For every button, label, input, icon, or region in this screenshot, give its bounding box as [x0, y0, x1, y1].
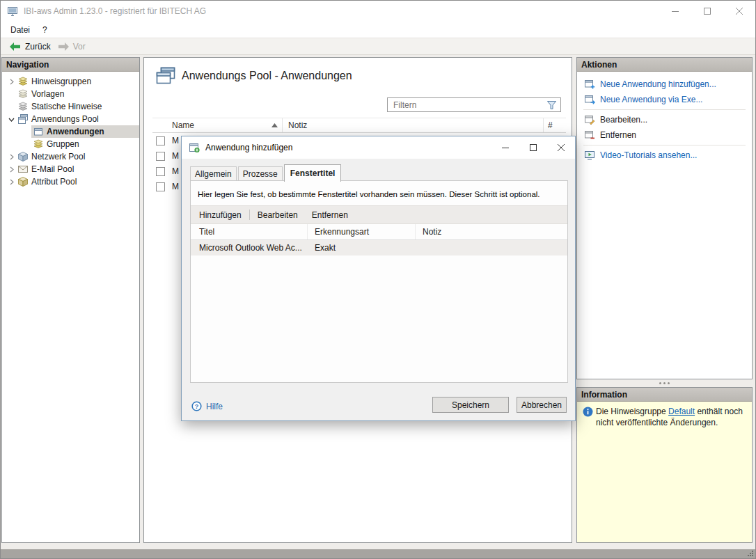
- actions-header-label: Aktionen: [581, 60, 617, 70]
- column-header-notiz-label: Notiz: [423, 227, 441, 237]
- action-video-tutorials[interactable]: Video-Tutorials ansehen...: [577, 148, 752, 163]
- chevron-right-icon[interactable]: [6, 75, 17, 88]
- default-link[interactable]: Default: [668, 407, 695, 416]
- help-icon: ?: [191, 401, 202, 411]
- tab-prozesse[interactable]: Prozesse: [238, 166, 283, 181]
- dialog-title: Anwendung hinzufügen: [205, 143, 292, 152]
- page-title: Anwendungs Pool - Anwendungen: [182, 70, 352, 82]
- dialog-maximize-button[interactable]: [519, 136, 547, 159]
- chevron-down-icon[interactable]: [6, 113, 17, 125]
- chevron-spacer: [6, 100, 17, 113]
- back-arrow-icon: [10, 42, 21, 51]
- forward-button[interactable]: Vor: [54, 38, 89, 54]
- add-title-button[interactable]: Hinzufügen: [198, 210, 243, 220]
- information-header-label: Information: [581, 390, 627, 400]
- sidebar-item-label: Vorlagen: [31, 89, 64, 99]
- row-name: M: [168, 151, 179, 161]
- action-new-application[interactable]: Neue Anwendung hinzufügen...: [577, 77, 752, 92]
- resize-grip[interactable]: [746, 549, 754, 557]
- new-application-icon: [584, 79, 595, 90]
- sidebar-item-gruppen[interactable]: Gruppen: [31, 138, 139, 150]
- chevron-right-icon[interactable]: [6, 150, 17, 163]
- attribut-pool-icon: [17, 176, 29, 187]
- sidebar-item-label: Attribut Pool: [31, 177, 77, 187]
- column-header-notiz-label: Notiz: [288, 120, 307, 130]
- column-header-count-label: #: [548, 120, 553, 130]
- sidebar-item-anwendungs-pool[interactable]: Anwendungs Pool: [2, 113, 139, 125]
- dialog-minimize-button[interactable]: [491, 136, 519, 159]
- sidebar-item-email-pool[interactable]: E-Mail Pool: [2, 163, 139, 175]
- sidebar-item-label: Anwendungen: [47, 127, 104, 136]
- cancel-button[interactable]: Abbrechen: [517, 397, 567, 413]
- chevron-right-icon[interactable]: [6, 175, 17, 188]
- panel-splitter[interactable]: [576, 379, 753, 387]
- column-header-titel[interactable]: Titel: [191, 224, 308, 239]
- column-header-erkennungsart[interactable]: Erkennungsart: [308, 224, 416, 239]
- row-checkbox[interactable]: [156, 182, 165, 191]
- minimize-button[interactable]: [659, 1, 691, 22]
- sidebar-item-anwendungen[interactable]: Anwendungen: [31, 125, 139, 138]
- back-button[interactable]: Zurück: [6, 38, 54, 54]
- maximize-button[interactable]: [691, 1, 723, 22]
- filter-funnel-icon[interactable]: [546, 100, 557, 110]
- action-label: Entfernen: [600, 130, 636, 140]
- column-header-name[interactable]: Name: [168, 118, 283, 132]
- row-checkbox[interactable]: [156, 167, 165, 176]
- navigation-header: Navigation: [2, 58, 139, 72]
- tab-fenstertitel[interactable]: Fenstertitel: [284, 164, 342, 182]
- action-label: Video-Tutorials ansehen...: [600, 150, 697, 160]
- sidebar-item-statische-hinweise[interactable]: Statische Hinweise: [2, 100, 139, 113]
- menu-datei[interactable]: Datei: [4, 23, 36, 37]
- gruppen-icon: [33, 139, 44, 150]
- filter-input[interactable]: [388, 98, 560, 111]
- chevron-right-icon[interactable]: [6, 163, 17, 175]
- column-header-notiz[interactable]: Notiz: [416, 227, 567, 237]
- chevron-spacer: [6, 88, 17, 100]
- menu-help[interactable]: ?: [36, 23, 54, 37]
- sidebar-item-hinweisgruppen[interactable]: Hinweisgruppen: [2, 75, 139, 88]
- dialog-tabs: Allgemein Prozesse Fenstertitel: [190, 165, 342, 181]
- sidebar-item-netzwerk-pool[interactable]: Netzwerk Pool: [2, 150, 139, 163]
- edit-title-button[interactable]: Bearbeiten: [256, 210, 299, 220]
- information-text-before: Die Hinweisgruppe: [596, 407, 666, 416]
- dialog-buttons: Speichern Abbrechen: [432, 397, 567, 413]
- column-header-notiz[interactable]: Notiz: [283, 118, 544, 132]
- action-remove[interactable]: Entfernen: [577, 127, 752, 143]
- action-edit[interactable]: Bearbeiten...: [577, 112, 752, 127]
- save-button[interactable]: Speichern: [432, 397, 509, 413]
- tab-allgemein[interactable]: Allgemein: [190, 166, 237, 181]
- hinweisgruppen-icon: [17, 76, 29, 87]
- action-label: Neue Anwendung hinzufügen...: [600, 79, 716, 89]
- tab-description: Hier legen Sie fest, ob bestimmte Fenste…: [191, 181, 567, 205]
- sidebar-item-label: Anwendungs Pool: [31, 114, 99, 124]
- filter-box: [387, 97, 561, 112]
- help-link[interactable]: ? Hilfe: [191, 401, 223, 411]
- close-button[interactable]: [723, 1, 755, 22]
- sidebar-item-vorlagen[interactable]: Vorlagen: [2, 88, 139, 100]
- dialog-titlebar: Anwendung hinzufügen: [182, 136, 575, 159]
- anwendungs-pool-icon: [17, 113, 29, 125]
- edit-icon: [584, 114, 595, 125]
- sidebar-item-attribut-pool[interactable]: Attribut Pool: [2, 175, 139, 188]
- dialog-close-button[interactable]: [547, 136, 575, 159]
- column-header-name-label: Name: [172, 120, 194, 130]
- remove-icon: [584, 129, 595, 141]
- sidebar-item-label: Gruppen: [47, 139, 79, 149]
- anwendungen-header-icon: [155, 67, 176, 85]
- statische-hinweise-icon: [17, 101, 29, 112]
- row-checkbox[interactable]: [156, 152, 165, 161]
- table-row[interactable]: Microsoft Outlook Web Ac... Exakt: [191, 240, 567, 255]
- information-body: Die Hinweisgruppe Default enthält noch n…: [577, 402, 752, 542]
- action-new-application-via-exe[interactable]: Neue Anwendung via Exe...: [577, 92, 752, 107]
- forward-arrow-icon: [58, 42, 69, 51]
- remove-title-button[interactable]: Entfernen: [310, 210, 349, 220]
- sidebar-item-label: Statische Hinweise: [31, 102, 102, 111]
- dialog-table-header: Titel Erkennungsart Notiz: [191, 224, 567, 240]
- row-checkbox[interactable]: [156, 136, 165, 145]
- actions-panel: Aktionen Neue Anwendung hinzufügen... Ne…: [576, 57, 753, 379]
- nav-toolbar: Zurück Vor: [1, 38, 755, 55]
- column-header-count[interactable]: #: [544, 120, 566, 130]
- actions-header: Aktionen: [577, 58, 752, 72]
- vorlagen-icon: [17, 88, 29, 100]
- row-name: M: [168, 182, 179, 191]
